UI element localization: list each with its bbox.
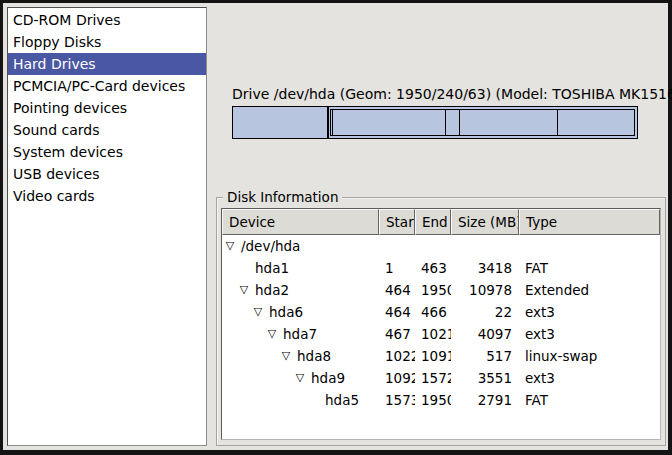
cell-device: hda5	[222, 389, 379, 411]
cell-type: Extended	[519, 279, 660, 301]
device-label: hda6	[269, 301, 303, 323]
expander-open-icon[interactable]: ▽	[224, 235, 236, 257]
cell-size	[451, 235, 519, 257]
device-label: hda9	[311, 367, 345, 389]
column-header-end[interactable]: End	[415, 209, 451, 235]
bar-segment-hda8	[445, 110, 459, 135]
cell-size: 22	[451, 301, 519, 323]
cell-device: ▽hda8	[222, 345, 379, 367]
expander-open-icon[interactable]: ▽	[266, 323, 278, 345]
disk-information-label: Disk Information	[223, 189, 342, 206]
cell-type: linux-swap	[519, 345, 660, 367]
cell-device: ▽hda7	[222, 323, 379, 345]
table-row-hda6[interactable]: ▽hda646446622ext3	[222, 301, 660, 323]
disk-table-header: DeviceStartEndSize (MB)Type	[222, 209, 660, 235]
table-row-hda2[interactable]: ▽hda2464195010978Extended	[222, 279, 660, 301]
disk-information-frame: Disk Information DeviceStartEndSize (MB)…	[216, 197, 666, 446]
cell-type: ext3	[519, 323, 660, 345]
cell-start: 1	[379, 257, 415, 279]
bar-segment-hda2-extended	[330, 109, 635, 136]
column-header-device[interactable]: Device	[222, 209, 379, 235]
tree-indent	[224, 334, 266, 335]
cell-type: ext3	[519, 367, 660, 389]
cell-end: 1091	[415, 345, 451, 367]
table-row-hda1[interactable]: hda114633418FAT	[222, 257, 660, 279]
tree-indent	[224, 356, 280, 357]
cell-type: FAT	[519, 389, 660, 411]
hardware-browser-window: CD-ROM DrivesFloppy DisksHard DrivesPCMC…	[0, 0, 672, 455]
table-row-hda8[interactable]: ▽hda810221091517linux-swap	[222, 345, 660, 367]
device-label: /dev/hda	[241, 235, 300, 257]
expander-open-icon[interactable]: ▽	[252, 301, 264, 323]
disk-information-table: DeviceStartEndSize (MB)Type ▽/dev/hdahda…	[221, 208, 661, 440]
column-header-type[interactable]: Type	[519, 209, 660, 235]
device-label: hda7	[283, 323, 317, 345]
disk-table-body: ▽/dev/hdahda114633418FAT▽hda246419501097…	[222, 235, 660, 411]
device-label: hda2	[255, 279, 289, 301]
cell-size: 3418	[451, 257, 519, 279]
cell-start	[379, 235, 415, 257]
tree-indent	[224, 290, 238, 291]
cell-end: 1572	[415, 367, 451, 389]
bar-segment-hda7	[332, 110, 445, 135]
drive-partition-bar	[232, 106, 638, 139]
cell-start: 1573	[379, 389, 415, 411]
cell-end: 1021	[415, 323, 451, 345]
cell-start: 1022	[379, 345, 415, 367]
cell-device: ▽/dev/hda	[222, 235, 379, 257]
cell-end: 463	[415, 257, 451, 279]
expander-open-icon[interactable]: ▽	[238, 279, 250, 301]
table-row-hda9[interactable]: ▽hda9109215723551ext3	[222, 367, 660, 389]
tree-indent	[224, 268, 238, 269]
bar-segment-hda1	[233, 107, 329, 138]
column-header-start[interactable]: Start	[379, 209, 415, 235]
cell-type: ext3	[519, 301, 660, 323]
cell-start: 1092	[379, 367, 415, 389]
tree-indent	[224, 378, 294, 379]
tree-indent	[224, 312, 252, 313]
cell-size: 4097	[451, 323, 519, 345]
cell-type	[519, 235, 660, 257]
cell-end	[415, 235, 451, 257]
cell-end: 1950	[415, 389, 451, 411]
sidebar-item-floppy-disks[interactable]: Floppy Disks	[8, 31, 206, 53]
cell-device: hda1	[222, 257, 379, 279]
sidebar-item-pcmcia-pc-card-devices[interactable]: PCMCIA/PC-Card devices	[8, 75, 206, 97]
cell-device: ▽hda6	[222, 301, 379, 323]
device-category-list[interactable]: CD-ROM DrivesFloppy DisksHard DrivesPCMC…	[7, 7, 207, 446]
expander-open-icon[interactable]: ▽	[294, 367, 306, 389]
sidebar-item-hard-drives[interactable]: Hard Drives	[8, 53, 206, 75]
sidebar-item-pointing-devices[interactable]: Pointing devices	[8, 97, 206, 119]
cell-device: ▽hda9	[222, 367, 379, 389]
cell-device: ▽hda2	[222, 279, 379, 301]
cell-size: 517	[451, 345, 519, 367]
table-row-hda7[interactable]: ▽hda746710214097ext3	[222, 323, 660, 345]
cell-start: 467	[379, 323, 415, 345]
device-label: hda5	[325, 389, 359, 411]
sidebar-item-sound-cards[interactable]: Sound cards	[8, 119, 206, 141]
sidebar-item-usb-devices[interactable]: USB devices	[8, 163, 206, 185]
cell-start: 464	[379, 301, 415, 323]
bar-segment-hda9	[459, 110, 557, 135]
device-label: hda8	[297, 345, 331, 367]
device-label: hda1	[255, 257, 289, 279]
cell-start: 464	[379, 279, 415, 301]
cell-type: FAT	[519, 257, 660, 279]
cell-end: 466	[415, 301, 451, 323]
table-row-hda5[interactable]: hda5157319502791FAT	[222, 389, 660, 411]
sidebar-item-video-cards[interactable]: Video cards	[8, 185, 206, 207]
tree-indent	[224, 400, 308, 401]
cell-size: 3551	[451, 367, 519, 389]
cell-end: 1950	[415, 279, 451, 301]
expander-open-icon[interactable]: ▽	[280, 345, 292, 367]
cell-size: 2791	[451, 389, 519, 411]
table-row-dev-hda[interactable]: ▽/dev/hda	[222, 235, 660, 257]
column-header-size-mb[interactable]: Size (MB)	[451, 209, 519, 235]
drive-title: Drive /dev/hda (Geom: 1950/240/63) (Mode…	[232, 86, 638, 102]
cell-size: 10978	[451, 279, 519, 301]
sidebar-item-cd-rom-drives[interactable]: CD-ROM Drives	[8, 9, 206, 31]
sidebar-item-system-devices[interactable]: System devices	[8, 141, 206, 163]
bar-segment-hda5	[557, 110, 634, 135]
